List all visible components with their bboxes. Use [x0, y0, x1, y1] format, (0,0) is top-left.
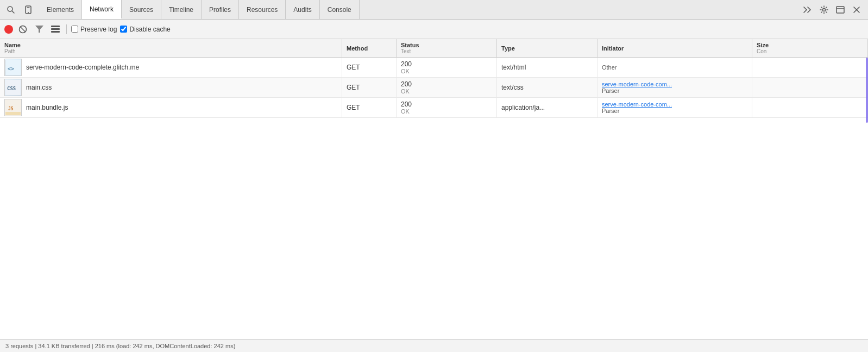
- close-icon-btn[interactable]: [850, 3, 864, 17]
- td-name-1: <> serve-modern-code-complete.glitch.me: [0, 58, 342, 77]
- td-type-3: application/ja...: [497, 98, 597, 117]
- preserve-log-text: Preserve log: [80, 26, 117, 33]
- svg-rect-23: [5, 112, 21, 115]
- disable-cache-checkbox[interactable]: [120, 26, 127, 33]
- table-row[interactable]: CSS main.css GET 200 OK text/css serve-m…: [0, 78, 868, 98]
- tab-sources[interactable]: Sources: [122, 0, 161, 19]
- th-name[interactable]: Name Path: [0, 39, 342, 57]
- tab-timeline[interactable]: Timeline: [161, 0, 202, 19]
- th-name-main: Name: [4, 42, 337, 48]
- row2-type: text/css: [501, 84, 524, 91]
- status-bar: 3 requests | 34.1 KB transferred | 216 m…: [0, 339, 868, 352]
- svg-rect-14: [51, 28, 60, 30]
- row1-initiator-sub: Other: [602, 64, 617, 71]
- svg-line-1: [12, 11, 15, 13]
- tab-elements[interactable]: Elements: [39, 0, 82, 19]
- th-initiator-main: Initiator: [602, 45, 747, 52]
- svg-line-11: [21, 27, 25, 32]
- row3-method: GET: [347, 104, 360, 111]
- th-status-main: Status: [401, 42, 492, 48]
- list-view-button[interactable]: [49, 23, 62, 36]
- tab-resources[interactable]: Resources: [239, 0, 286, 19]
- th-size-main: Size: [757, 42, 863, 48]
- status-text: 3 requests | 34.1 KB transferred | 216 m…: [5, 343, 235, 349]
- td-name-3: JS main.bundle.js: [0, 98, 342, 117]
- tab-console[interactable]: Console: [320, 0, 360, 19]
- td-status-2: 200 OK: [397, 78, 497, 97]
- row1-name: serve-modern-code-complete.glitch.me: [26, 64, 139, 71]
- tab-profiles[interactable]: Profiles: [202, 0, 239, 19]
- th-size-sub: Con: [757, 48, 863, 54]
- svg-text:CSS: CSS: [7, 86, 16, 91]
- table-body: <> serve-modern-code-complete.glitch.me …: [0, 58, 868, 339]
- settings-icon-btn[interactable]: [817, 3, 831, 17]
- clear-button[interactable]: [16, 23, 29, 36]
- th-method[interactable]: Method: [342, 39, 397, 57]
- th-name-sub: Path: [4, 48, 337, 54]
- td-name-2: CSS main.css: [0, 78, 342, 97]
- svg-text:JS: JS: [8, 106, 14, 111]
- table-header: Name Path Method Status Text Type Initia…: [0, 39, 868, 58]
- toolbar-separator: [66, 24, 67, 34]
- row1-status-text: OK: [401, 68, 410, 74]
- top-nav: Elements Network Sources Timeline Profil…: [0, 0, 868, 20]
- td-initiator-3: serve-modern-code-com... Parser: [597, 98, 752, 117]
- preserve-log-label[interactable]: Preserve log: [71, 26, 117, 33]
- row2-initiator-link[interactable]: serve-modern-code-com...: [602, 81, 672, 87]
- svg-point-3: [28, 12, 29, 13]
- row1-status-code: 200: [401, 60, 412, 68]
- row1-method: GET: [347, 64, 360, 71]
- search-icon-btn[interactable]: [3, 2, 18, 17]
- nav-right-actions: [801, 3, 868, 17]
- th-type-main: Type: [501, 45, 593, 52]
- th-size[interactable]: Size Con: [752, 39, 868, 57]
- td-size-1: [752, 58, 868, 77]
- row3-initiator-sub: Parser: [602, 108, 619, 114]
- execute-icon-btn[interactable]: [801, 3, 815, 17]
- th-initiator[interactable]: Initiator: [597, 39, 752, 57]
- html-file-icon: <>: [4, 59, 22, 76]
- svg-rect-15: [51, 31, 60, 33]
- row3-initiator-link[interactable]: serve-modern-code-com...: [602, 101, 672, 108]
- disable-cache-label[interactable]: Disable cache: [120, 26, 170, 33]
- nav-icon-group: [0, 2, 39, 17]
- mobile-icon-btn[interactable]: [21, 2, 36, 17]
- row3-name: main.bundle.js: [26, 104, 68, 111]
- row2-initiator-sub: Parser: [602, 87, 619, 94]
- row1-type: text/html: [501, 64, 526, 71]
- dock-icon-btn[interactable]: [833, 3, 847, 17]
- record-button[interactable]: [4, 25, 13, 34]
- td-method-2: GET: [342, 78, 397, 97]
- th-type[interactable]: Type: [497, 39, 597, 57]
- td-initiator-1: Other: [597, 58, 752, 77]
- svg-point-0: [8, 7, 12, 11]
- td-size-3: [752, 98, 868, 117]
- scrollbar-thumb[interactable]: [866, 58, 868, 123]
- row3-status-text: OK: [401, 108, 410, 115]
- tab-network[interactable]: Network: [82, 0, 122, 19]
- preserve-log-checkbox[interactable]: [71, 26, 78, 33]
- table-row[interactable]: JS main.bundle.js GET 200 OK application…: [0, 98, 868, 118]
- td-type-1: text/html: [497, 58, 597, 77]
- td-method-1: GET: [342, 58, 397, 77]
- td-size-2: [752, 78, 868, 97]
- svg-rect-6: [836, 7, 844, 13]
- row3-type: application/ja...: [501, 104, 545, 111]
- scrollbar-track[interactable]: [865, 58, 868, 339]
- row2-status-code: 200: [401, 80, 412, 88]
- filter-button[interactable]: [33, 23, 46, 36]
- js-file-icon: JS: [4, 99, 22, 116]
- network-table: Name Path Method Status Text Type Initia…: [0, 39, 868, 339]
- css-file-icon: CSS: [4, 79, 22, 96]
- tab-audits[interactable]: Audits: [286, 0, 319, 19]
- svg-point-5: [823, 8, 826, 11]
- network-toolbar: Preserve log Disable cache: [0, 20, 868, 39]
- nav-tabs: Elements Network Sources Timeline Profil…: [39, 0, 360, 19]
- table-row[interactable]: <> serve-modern-code-complete.glitch.me …: [0, 58, 868, 78]
- row2-name: main.css: [26, 84, 52, 91]
- th-method-main: Method: [347, 45, 392, 52]
- row2-method: GET: [347, 84, 360, 91]
- row2-status-text: OK: [401, 88, 410, 95]
- svg-text:<>: <>: [8, 66, 14, 72]
- th-status[interactable]: Status Text: [397, 39, 497, 57]
